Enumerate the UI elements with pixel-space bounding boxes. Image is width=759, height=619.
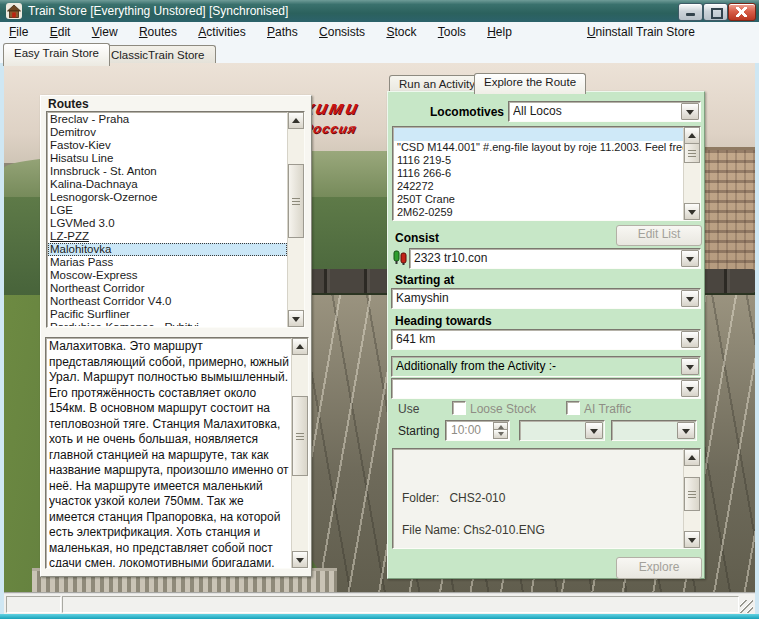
dropdown-arrow-icon[interactable] bbox=[585, 422, 603, 439]
thumb-grip-icon bbox=[688, 150, 696, 157]
minimize-button[interactable] bbox=[678, 3, 703, 21]
heading-towards-select[interactable]: 641 km bbox=[391, 329, 701, 350]
maximize-button[interactable] bbox=[703, 3, 728, 21]
route-item[interactable]: Marias Pass bbox=[48, 256, 287, 269]
scrollbar-thumb[interactable] bbox=[288, 164, 304, 238]
resize-grip[interactable] bbox=[740, 600, 753, 613]
scroll-down-icon[interactable] bbox=[288, 310, 304, 327]
route-item[interactable]: LGE bbox=[48, 204, 287, 217]
starting-label: Starting bbox=[398, 424, 439, 438]
thumb-grip-icon bbox=[688, 491, 696, 498]
activity-extra-select[interactable] bbox=[391, 378, 701, 399]
menu-paths-key: P bbox=[267, 25, 275, 39]
explore-button[interactable]: Explore bbox=[616, 557, 702, 579]
description-scrollbar[interactable] bbox=[291, 338, 308, 568]
loose-stock-checkbox[interactable] bbox=[452, 401, 466, 415]
locomotive-item[interactable]: 1116 219-5 bbox=[394, 154, 683, 167]
route-item[interactable]: LZ-PZZ bbox=[48, 230, 287, 243]
menu-paths[interactable]: Paths bbox=[258, 22, 307, 39]
menu-uninstall-train-store[interactable]: Uninstall Train Store bbox=[587, 25, 695, 39]
locomotives-scrollbar[interactable] bbox=[683, 127, 700, 220]
additional-activity-select[interactable]: Additionally from the Activity :- bbox=[391, 356, 701, 377]
menu-tools[interactable]: Tools bbox=[429, 22, 475, 39]
menu-stock[interactable]: Stock bbox=[377, 22, 425, 39]
starting-time-spinner[interactable]: 10:00 bbox=[445, 420, 510, 441]
info-scrollbar[interactable] bbox=[683, 449, 700, 548]
menu-activities[interactable]: Activities bbox=[189, 22, 254, 39]
route-item[interactable]: Moscow-Express bbox=[48, 269, 287, 282]
locomotives-select[interactable]: All Locos bbox=[508, 101, 701, 122]
app-icon bbox=[6, 3, 22, 19]
scroll-down-icon[interactable] bbox=[292, 551, 308, 568]
tab-explore-the-route[interactable]: Explore the Route bbox=[474, 73, 586, 94]
dropdown-arrow-icon[interactable] bbox=[681, 103, 699, 120]
dropdown-arrow-icon[interactable] bbox=[681, 250, 699, 267]
routes-scrollbar[interactable] bbox=[287, 112, 304, 327]
dropdown-arrow-icon[interactable] bbox=[681, 358, 699, 375]
locomotive-item[interactable]: 1116 266-6 bbox=[394, 167, 683, 180]
route-description-box[interactable]: Малахитовка. Это маршрут представляющий … bbox=[45, 337, 309, 569]
locomotives-listbox[interactable]: "CSD M144.001" #.eng-file layout by roje… bbox=[392, 126, 701, 221]
scroll-down-icon[interactable] bbox=[684, 203, 700, 220]
menu-activities-rest: ctivities bbox=[206, 25, 245, 39]
consist-signals-icon bbox=[392, 249, 408, 265]
dropdown-arrow-icon[interactable] bbox=[681, 290, 699, 307]
close-button[interactable] bbox=[728, 3, 756, 21]
menu-paths-rest: aths bbox=[275, 25, 298, 39]
status-bar bbox=[4, 594, 755, 615]
menu-consists[interactable]: Consists bbox=[310, 22, 374, 39]
ai-traffic-checkbox[interactable] bbox=[566, 401, 580, 415]
route-item[interactable]: Kalina-Dachnaya bbox=[48, 178, 287, 191]
dropdown-arrow-icon[interactable] bbox=[681, 380, 699, 397]
route-item[interactable]: Hisatsu Line bbox=[48, 152, 287, 165]
locomotive-item[interactable]: 242272 bbox=[394, 180, 683, 193]
locomotive-item[interactable]: "CSD M144.001" #.eng-file layout by roje… bbox=[394, 141, 683, 154]
starting-at-label: Starting at bbox=[395, 273, 454, 287]
route-item[interactable]: Northeast Corridor V4.0 bbox=[48, 295, 287, 308]
menu-view[interactable]: View bbox=[83, 22, 127, 39]
starting-at-select[interactable]: Kamyshin bbox=[391, 288, 701, 309]
scrollbar-thumb[interactable] bbox=[684, 477, 700, 511]
starting-option2-select[interactable] bbox=[611, 420, 697, 441]
scroll-up-icon[interactable] bbox=[684, 449, 700, 466]
dropdown-arrow-icon[interactable] bbox=[681, 331, 699, 348]
tab-easy-train-store[interactable]: Easy Train Store bbox=[3, 43, 110, 66]
thumb-grip-icon bbox=[296, 433, 304, 440]
locomotive-item[interactable]: 250T Crane bbox=[394, 193, 683, 206]
menu-help[interactable]: Help bbox=[478, 22, 521, 39]
route-item[interactable]: Breclav - Praha bbox=[48, 113, 287, 126]
menu-edit[interactable]: Edit bbox=[41, 22, 80, 39]
route-item[interactable]: Northeast Corridor bbox=[48, 282, 287, 295]
scroll-down-icon[interactable] bbox=[684, 531, 700, 548]
menu-routes[interactable]: Routes bbox=[130, 22, 186, 39]
title-bar[interactable]: Train Store [Everything Unstored] [Synch… bbox=[0, 0, 759, 23]
route-item[interactable]: LGVMed 3.0 bbox=[48, 217, 287, 230]
route-item[interactable]: Demitrov bbox=[48, 126, 287, 139]
route-item[interactable]: Pardubice-Kamenec - Rybitvi bbox=[48, 321, 287, 326]
menu-edit-rest: dit bbox=[58, 25, 71, 39]
route-item[interactable]: Lesnogorsk-Ozernoe bbox=[48, 191, 287, 204]
menu-file[interactable]: File bbox=[0, 22, 37, 39]
folder-line: Folder: CHS2-010 bbox=[402, 491, 505, 505]
folder-label: Folder: bbox=[402, 491, 439, 505]
edit-list-button[interactable]: Edit List bbox=[616, 225, 702, 246]
locomotive-item[interactable]: 2M62-0259 bbox=[394, 206, 683, 219]
routes-listbox[interactable]: Breclav - Praha Demitrov Fastov-Kiev His… bbox=[46, 111, 305, 328]
scroll-up-icon[interactable] bbox=[292, 338, 308, 355]
menu-bar: File Edit View Routes Activities Paths C… bbox=[0, 22, 759, 43]
spin-down-icon[interactable] bbox=[493, 429, 508, 439]
route-item[interactable]: Pacific Surfliner bbox=[48, 308, 287, 321]
route-item[interactable]: Innsbruck - St. Anton bbox=[48, 165, 287, 178]
scrollbar-thumb[interactable] bbox=[684, 143, 700, 163]
locomotive-item-selected[interactable] bbox=[394, 128, 683, 141]
status-cell-main bbox=[62, 596, 739, 613]
scrollbar-thumb[interactable] bbox=[292, 396, 308, 476]
starting-option1-select[interactable] bbox=[519, 420, 605, 441]
consist-select[interactable]: 2323 tr10.con bbox=[409, 248, 701, 269]
dropdown-arrow-icon[interactable] bbox=[677, 422, 695, 439]
route-item[interactable]: Fastov-Kiev bbox=[48, 139, 287, 152]
scroll-up-icon[interactable] bbox=[288, 112, 304, 129]
scroll-up-icon[interactable] bbox=[684, 127, 700, 144]
ai-traffic-label: AI Traffic bbox=[584, 402, 631, 416]
route-item-selected[interactable]: Malohitovka bbox=[48, 243, 287, 256]
